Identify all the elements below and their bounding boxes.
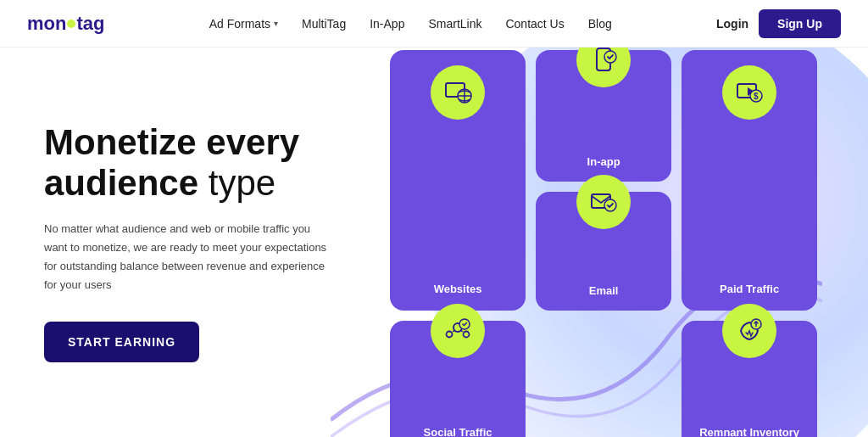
logo-dot <box>67 20 75 28</box>
hero-title-bold: audience <box>44 163 198 203</box>
nav-contact[interactable]: Contact Us <box>505 17 564 31</box>
card-paid[interactable]: $ Paid Traffic <box>682 50 817 311</box>
nav-smartlink[interactable]: SmartLink <box>428 17 481 31</box>
websites-icon <box>431 65 485 120</box>
social-label: Social Traffic <box>424 426 492 438</box>
inapp-icon <box>576 48 631 87</box>
signup-button[interactable]: Sign Up <box>759 9 841 38</box>
svg-point-14 <box>464 331 470 337</box>
card-email[interactable]: Email <box>536 192 671 311</box>
cards-grid: Websites In-app <box>390 64 868 437</box>
websites-label: Websites <box>434 283 482 295</box>
start-earning-button[interactable]: START EARNING <box>44 322 199 362</box>
login-button[interactable]: Login <box>716 17 748 31</box>
paid-icon: $ <box>722 65 776 120</box>
navbar: montag Ad Formats▾ MultiTag In-App Smart… <box>0 0 868 48</box>
inapp-label: In-app <box>587 155 620 168</box>
hero-title: Monetize every audience type <box>44 122 337 204</box>
card-remnant[interactable]: Remnant Inventory <box>682 321 817 438</box>
nav-blog[interactable]: Blog <box>588 17 612 31</box>
chevron-down-icon: ▾ <box>274 19 278 28</box>
card-social[interactable]: Social Traffic <box>390 321 526 438</box>
nav-ad-formats[interactable]: Ad Formats▾ <box>209 17 278 31</box>
nav-inapp[interactable]: In-App <box>370 17 404 31</box>
social-icon <box>431 304 485 358</box>
hero-title-light: type <box>209 163 275 203</box>
paid-label: Paid Traffic <box>720 283 779 295</box>
hero-description: No matter what audience and web or mobil… <box>44 220 332 294</box>
logo-text-after: tag <box>76 13 104 35</box>
svg-point-13 <box>447 331 453 337</box>
hero-right: Websites In-app <box>364 48 868 437</box>
hero-left: Monetize every audience type No matter w… <box>0 48 364 437</box>
remnant-label: Remnant Inventory <box>699 426 799 438</box>
card-websites[interactable]: Websites <box>390 50 526 311</box>
remnant-icon <box>722 304 776 358</box>
email-label: Email <box>589 284 619 297</box>
card-inapp[interactable]: In-app <box>536 50 671 182</box>
logo: montag <box>27 13 104 35</box>
logo-text-before: mon <box>27 13 66 35</box>
hero-section: Monetize every audience type No matter w… <box>0 48 868 437</box>
nav-multitag[interactable]: MultiTag <box>302 17 346 31</box>
nav-links: Ad Formats▾ MultiTag In-App SmartLink Co… <box>209 17 612 31</box>
svg-text:$: $ <box>754 92 759 101</box>
email-icon <box>576 175 631 229</box>
nav-auth: Login Sign Up <box>716 9 841 38</box>
